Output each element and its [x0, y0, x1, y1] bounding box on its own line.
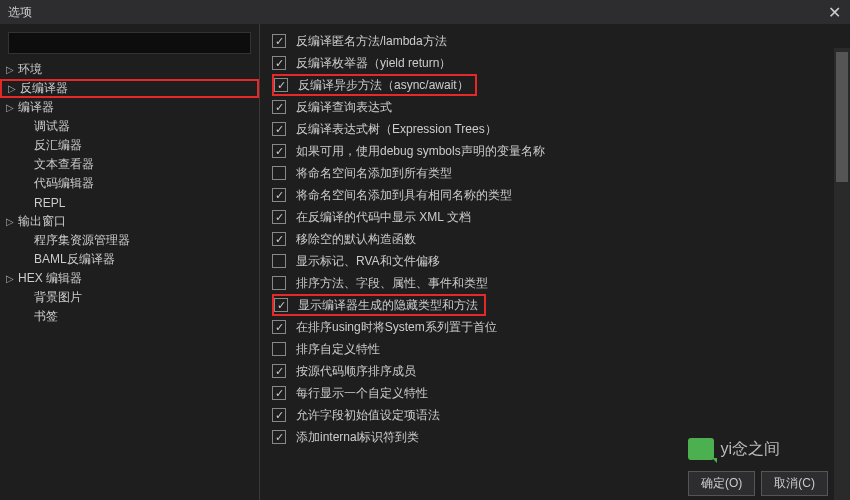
checkbox[interactable]: [274, 78, 288, 92]
option-label: 排序方法、字段、属性、事件和类型: [296, 275, 488, 292]
option-label: 显示标记、RVA和文件偏移: [296, 253, 440, 270]
option-row-1[interactable]: 反编译枚举器（yield return）: [272, 52, 838, 74]
option-label: 允许字段初始值设定项语法: [296, 407, 440, 424]
option-label: 排序自定义特性: [296, 341, 380, 358]
option-row-3[interactable]: 反编译查询表达式: [272, 96, 838, 118]
option-row-0[interactable]: 反编译匿名方法/lambda方法: [272, 30, 838, 52]
option-label: 反编译表达式树（Expression Trees）: [296, 121, 497, 138]
sidebar-item-12[interactable]: 背景图片: [0, 288, 259, 307]
ok-button[interactable]: 确定(O): [688, 471, 755, 496]
tree-caret-icon: ▷: [6, 64, 18, 75]
option-row-17[interactable]: 允许字段初始值设定项语法: [272, 404, 838, 426]
sidebar-item-label: 编译器: [18, 99, 54, 116]
checkbox[interactable]: [272, 386, 286, 400]
option-label: 添加internal标识符到类: [296, 429, 419, 446]
option-row-6[interactable]: 将命名空间名添加到所有类型: [272, 162, 838, 184]
sidebar-item-label: 程序集资源管理器: [34, 232, 130, 249]
sidebar-item-label: 环境: [18, 61, 42, 78]
option-label: 显示编译器生成的隐藏类型和方法: [298, 297, 478, 314]
sidebar-item-11[interactable]: ▷HEX 编辑器: [0, 269, 259, 288]
checkbox[interactable]: [272, 430, 286, 444]
checkbox[interactable]: [272, 276, 286, 290]
checkbox[interactable]: [272, 188, 286, 202]
option-row-5[interactable]: 如果可用，使用debug symbols声明的变量名称: [272, 140, 838, 162]
wechat-icon: [688, 438, 714, 460]
checkbox[interactable]: [272, 232, 286, 246]
checkbox[interactable]: [272, 342, 286, 356]
option-row-9[interactable]: 移除空的默认构造函数: [272, 228, 838, 250]
option-label: 反编译匿名方法/lambda方法: [296, 33, 447, 50]
tree-caret-icon: ▷: [6, 273, 18, 284]
checkbox[interactable]: [272, 56, 286, 70]
watermark-text: yi念之间: [720, 439, 780, 460]
sidebar-item-3[interactable]: 调试器: [0, 117, 259, 136]
option-label: 移除空的默认构造函数: [296, 231, 416, 248]
sidebar-item-5[interactable]: 文本查看器: [0, 155, 259, 174]
option-row-12[interactable]: 显示编译器生成的隐藏类型和方法: [272, 294, 486, 316]
option-label: 将命名空间名添加到具有相同名称的类型: [296, 187, 512, 204]
option-label: 将命名空间名添加到所有类型: [296, 165, 452, 182]
option-label: 每行显示一个自定义特性: [296, 385, 428, 402]
option-row-7[interactable]: 将命名空间名添加到具有相同名称的类型: [272, 184, 838, 206]
checkbox[interactable]: [272, 364, 286, 378]
sidebar-item-label: 调试器: [34, 118, 70, 135]
sidebar-item-label: HEX 编辑器: [18, 270, 82, 287]
option-row-11[interactable]: 排序方法、字段、属性、事件和类型: [272, 272, 838, 294]
sidebar-item-2[interactable]: ▷编译器: [0, 98, 259, 117]
option-row-4[interactable]: 反编译表达式树（Expression Trees）: [272, 118, 838, 140]
tree-caret-icon: ▷: [8, 83, 20, 94]
sidebar-item-4[interactable]: 反汇编器: [0, 136, 259, 155]
checkbox[interactable]: [274, 298, 288, 312]
option-label: 按源代码顺序排序成员: [296, 363, 416, 380]
option-row-13[interactable]: 在排序using时将System系列置于首位: [272, 316, 838, 338]
dialog-buttons: 确定(O) 取消(C): [688, 471, 828, 496]
window-title: 选项: [8, 4, 32, 21]
checkbox[interactable]: [272, 254, 286, 268]
sidebar-item-label: 反编译器: [20, 80, 68, 97]
checkbox[interactable]: [272, 34, 286, 48]
option-row-14[interactable]: 排序自定义特性: [272, 338, 838, 360]
sidebar-item-0[interactable]: ▷环境: [0, 60, 259, 79]
sidebar-item-label: 反汇编器: [34, 137, 82, 154]
close-icon[interactable]: ✕: [824, 2, 844, 22]
sidebar-item-label: BAML反编译器: [34, 251, 115, 268]
options-panel: 反编译匿名方法/lambda方法反编译枚举器（yield return）反编译异…: [260, 24, 850, 500]
sidebar-item-7[interactable]: REPL: [0, 193, 259, 212]
option-label: 反编译查询表达式: [296, 99, 392, 116]
tree-caret-icon: ▷: [6, 102, 18, 113]
watermark: yi念之间: [688, 438, 780, 460]
checkbox[interactable]: [272, 122, 286, 136]
checkbox[interactable]: [272, 210, 286, 224]
cancel-button[interactable]: 取消(C): [761, 471, 828, 496]
sidebar-item-8[interactable]: ▷输出窗口: [0, 212, 259, 231]
scrollbar-thumb[interactable]: [836, 52, 848, 182]
option-row-15[interactable]: 按源代码顺序排序成员: [272, 360, 838, 382]
scrollbar[interactable]: [834, 48, 850, 500]
titlebar: 选项 ✕: [0, 0, 850, 24]
option-label: 在反编译的代码中显示 XML 文档: [296, 209, 471, 226]
checkbox[interactable]: [272, 100, 286, 114]
sidebar-item-9[interactable]: 程序集资源管理器: [0, 231, 259, 250]
checkbox[interactable]: [272, 166, 286, 180]
sidebar-item-label: 输出窗口: [18, 213, 66, 230]
sidebar-item-13[interactable]: 书签: [0, 307, 259, 326]
option-label: 如果可用，使用debug symbols声明的变量名称: [296, 143, 545, 160]
sidebar-item-label: 代码编辑器: [34, 175, 94, 192]
option-row-8[interactable]: 在反编译的代码中显示 XML 文档: [272, 206, 838, 228]
checkbox[interactable]: [272, 320, 286, 334]
checkbox[interactable]: [272, 408, 286, 422]
sidebar-item-10[interactable]: BAML反编译器: [0, 250, 259, 269]
sidebar: ▷环境▷反编译器▷编译器调试器反汇编器文本查看器代码编辑器REPL▷输出窗口程序…: [0, 24, 260, 500]
sidebar-item-1[interactable]: ▷反编译器: [0, 79, 259, 98]
option-row-10[interactable]: 显示标记、RVA和文件偏移: [272, 250, 838, 272]
option-row-16[interactable]: 每行显示一个自定义特性: [272, 382, 838, 404]
option-label: 在排序using时将System系列置于首位: [296, 319, 497, 336]
option-row-2[interactable]: 反编译异步方法（async/await）: [272, 74, 477, 96]
search-input[interactable]: [8, 32, 251, 54]
checkbox[interactable]: [272, 144, 286, 158]
sidebar-item-label: REPL: [34, 196, 65, 210]
tree-caret-icon: ▷: [6, 216, 18, 227]
option-label: 反编译枚举器（yield return）: [296, 55, 451, 72]
sidebar-item-6[interactable]: 代码编辑器: [0, 174, 259, 193]
sidebar-item-label: 书签: [34, 308, 58, 325]
